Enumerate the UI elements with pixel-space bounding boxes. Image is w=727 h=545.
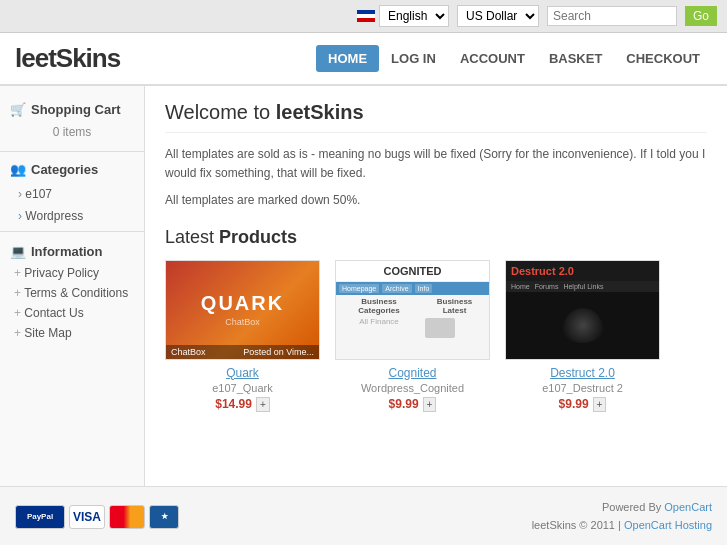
cart-title-label: Shopping Cart bbox=[31, 102, 121, 117]
cog-col-title-2: Business Latest bbox=[425, 297, 484, 315]
search-input[interactable] bbox=[547, 6, 677, 26]
add-to-cart-destruct[interactable]: + bbox=[593, 397, 607, 412]
cog-header: COGNITED bbox=[336, 261, 489, 282]
product-name-cognited[interactable]: Cognited bbox=[335, 366, 490, 380]
quark-bar-left: ChatBox bbox=[171, 347, 206, 357]
cog-col-2: Business Latest bbox=[425, 297, 484, 338]
cog-col-title-1: Business Categories bbox=[341, 297, 417, 315]
price-value-cognited: $9.99 bbox=[389, 397, 419, 411]
product-thumb-quark: QUARK ChatBox ChatBox Posted on Vime... bbox=[165, 260, 320, 360]
product-sku-destruct: e107_Destruct 2 bbox=[505, 382, 660, 394]
hosting-link[interactable]: OpenCart Hosting bbox=[624, 519, 712, 531]
nav-account[interactable]: ACCOUNT bbox=[448, 45, 537, 72]
cog-nav-3: Info bbox=[415, 284, 433, 293]
language-dropdown[interactable]: English bbox=[379, 5, 449, 27]
product-card-cognited: COGNITED Homepage Archive Info Business … bbox=[335, 260, 490, 412]
latest-products-title: Latest Products bbox=[165, 227, 707, 248]
cog-col-1-link: All Finance bbox=[341, 317, 417, 326]
product-name-destruct[interactable]: Destruct 2.0 bbox=[505, 366, 660, 380]
price-value-quark: $14.99 bbox=[215, 397, 252, 411]
cart-icon: 🛒 bbox=[10, 102, 26, 117]
cog-col-img bbox=[425, 318, 455, 338]
cog-col-1: Business Categories All Finance bbox=[341, 297, 417, 338]
payment-icons: PayPal VISA ★ bbox=[15, 505, 179, 529]
sidebar-item-wordpress[interactable]: Wordpress bbox=[0, 205, 144, 227]
quark-bar-right: Posted on Vime... bbox=[243, 347, 314, 357]
price-value-destruct: $9.99 bbox=[559, 397, 589, 411]
sidebar: 🛒 Shopping Cart 0 items 👥 Categories e10… bbox=[0, 86, 145, 486]
top-bar: English US Dollar Go bbox=[0, 0, 727, 33]
sidebar-item-privacy[interactable]: Privacy Policy bbox=[0, 263, 144, 283]
quark-thumb-bar: ChatBox Posted on Vime... bbox=[166, 345, 319, 359]
information-title: 💻 Information bbox=[0, 236, 144, 263]
product-price-quark: $14.99 + bbox=[165, 397, 320, 412]
dest-smoke-effect bbox=[563, 308, 603, 343]
sidebar-item-contact[interactable]: Contact Us bbox=[0, 303, 144, 323]
latest-plain: Latest bbox=[165, 227, 219, 247]
footer: PayPal VISA ★ Powered By OpenCart leetSk… bbox=[0, 486, 727, 545]
dest-nav-links: Helpful Links bbox=[563, 283, 603, 290]
add-to-cart-cognited[interactable]: + bbox=[423, 397, 437, 412]
thumb-quark-visual: QUARK ChatBox ChatBox Posted on Vime... bbox=[166, 261, 319, 359]
welcome-plain: Welcome to bbox=[165, 101, 276, 123]
paypal-icon: PayPal bbox=[15, 505, 65, 529]
information-label: Information bbox=[31, 244, 103, 259]
welcome-title: Welcome to leetSkins bbox=[165, 101, 707, 133]
nav-basket[interactable]: BASKET bbox=[537, 45, 614, 72]
quark-thumb-text: QUARK bbox=[201, 292, 284, 315]
cart-section-title: 🛒 Shopping Cart bbox=[0, 96, 144, 123]
cart-count: 0 items bbox=[0, 123, 144, 147]
currency-dropdown[interactable]: US Dollar bbox=[457, 5, 539, 27]
latest-bold: Products bbox=[219, 227, 297, 247]
dest-nav-forums: Forums bbox=[535, 283, 559, 290]
product-name-quark[interactable]: Quark bbox=[165, 366, 320, 380]
product-card-destruct: Destruct 2.0 Home Forums Helpful Links D… bbox=[505, 260, 660, 412]
info-icon: 💻 bbox=[10, 244, 26, 259]
search-button[interactable]: Go bbox=[685, 6, 717, 26]
logo: leetSkins bbox=[15, 43, 120, 74]
dest-logo-text: Destruct 2.0 bbox=[511, 265, 574, 277]
quark-thumb-sub: ChatBox bbox=[225, 317, 260, 327]
cog-nav-1: Homepage bbox=[339, 284, 379, 293]
thumb-destruct-visual: Destruct 2.0 Home Forums Helpful Links bbox=[506, 261, 659, 359]
products-grid: QUARK ChatBox ChatBox Posted on Vime... … bbox=[165, 260, 707, 412]
dest-body bbox=[506, 292, 659, 359]
product-sku-quark: e107_Quark bbox=[165, 382, 320, 394]
header: leetSkins HOME LOG IN ACCOUNT BASKET CHE… bbox=[0, 33, 727, 86]
footer-text: Powered By OpenCart leetSkins © 2011 | O… bbox=[532, 499, 712, 534]
cog-nav: Homepage Archive Info bbox=[336, 282, 489, 295]
other-payment-icon: ★ bbox=[149, 505, 179, 529]
product-thumb-cognited: COGNITED Homepage Archive Info Business … bbox=[335, 260, 490, 360]
nav-login[interactable]: LOG IN bbox=[379, 45, 448, 72]
categories-title: 👥 Categories bbox=[0, 156, 144, 183]
product-sku-cognited: Wordpress_Cognited bbox=[335, 382, 490, 394]
opencart-link[interactable]: OpenCart bbox=[664, 501, 712, 513]
add-to-cart-quark[interactable]: + bbox=[256, 397, 270, 412]
nav-home[interactable]: HOME bbox=[316, 45, 379, 72]
sidebar-item-terms[interactable]: Terms & Conditions bbox=[0, 283, 144, 303]
visa-icon: VISA bbox=[69, 505, 105, 529]
product-price-destruct: $9.99 + bbox=[505, 397, 660, 412]
copyright-text: leetSkins © 2011 | bbox=[532, 519, 624, 531]
powered-by-label: Powered By bbox=[602, 501, 664, 513]
dest-nav: Home Forums Helpful Links bbox=[506, 281, 659, 292]
product-card-quark: QUARK ChatBox ChatBox Posted on Vime... … bbox=[165, 260, 320, 412]
sidebar-item-sitemap[interactable]: Site Map bbox=[0, 323, 144, 343]
categories-icon: 👥 bbox=[10, 162, 26, 177]
divider-2 bbox=[0, 231, 144, 232]
sidebar-item-e107[interactable]: e107 bbox=[0, 183, 144, 205]
main-content: Welcome to leetSkins All templates are s… bbox=[145, 86, 727, 486]
product-price-cognited: $9.99 + bbox=[335, 397, 490, 412]
divider-1 bbox=[0, 151, 144, 152]
welcome-text-1: All templates are sold as is - meaning n… bbox=[165, 145, 707, 183]
nav-checkout[interactable]: CHECKOUT bbox=[614, 45, 712, 72]
categories-label: Categories bbox=[31, 162, 98, 177]
thumb-cognited-visual: COGNITED Homepage Archive Info Business … bbox=[336, 261, 489, 359]
mastercard-icon bbox=[109, 505, 145, 529]
welcome-bold: leetSkins bbox=[276, 101, 364, 123]
language-selector[interactable]: English bbox=[357, 5, 449, 27]
main-nav: HOME LOG IN ACCOUNT BASKET CHECKOUT bbox=[316, 45, 712, 72]
product-thumb-destruct: Destruct 2.0 Home Forums Helpful Links bbox=[505, 260, 660, 360]
flag-icon bbox=[357, 10, 375, 22]
cog-cols: Business Categories All Finance Business… bbox=[336, 295, 489, 340]
